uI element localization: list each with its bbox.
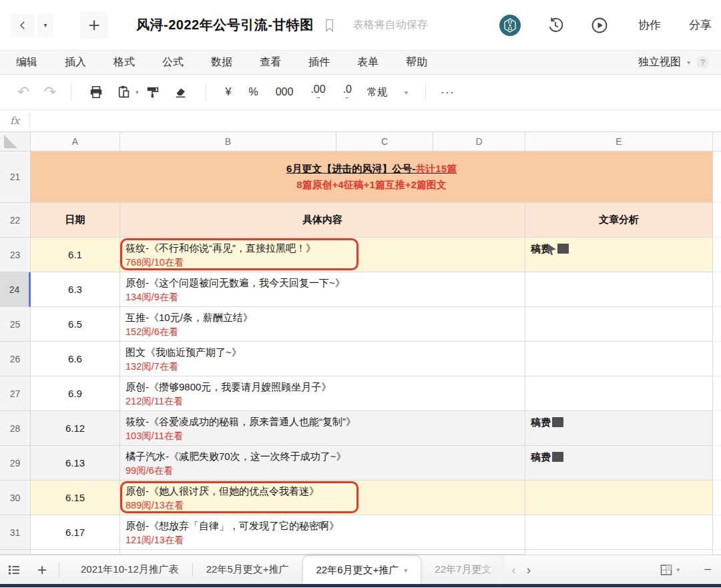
content-cell[interactable]: 筱纹-《谷爱凌成功的秘籍，原来普通人也能“复制”》 103阅/11在看 [120,411,525,446]
currency-format-button[interactable]: ¥ [226,86,232,98]
row-number[interactable]: 29 [0,446,31,481]
menu-item[interactable]: 编辑 [16,55,37,69]
column-header-D[interactable]: D [433,132,525,151]
history-icon[interactable] [546,16,565,35]
thousands-format-button[interactable]: 000 [276,86,294,98]
analysis-cell[interactable]: 稿费 [525,238,713,272]
sheet-tab[interactable]: 22年7月更文 [421,555,505,584]
analysis-cell[interactable] [525,307,713,342]
content-header-cell[interactable]: 具体内容 [120,203,525,238]
content-cell[interactable]: 原创-《攒够9800元，我要请月嫂照顾坐月子》 212阅/11在看 [120,376,525,411]
date-cell[interactable]: 6.5 [31,307,120,342]
back-button[interactable] [11,13,35,37]
menu-item[interactable]: 表单 [357,55,379,69]
date-header-cell[interactable]: 日期 [31,203,120,238]
avatar[interactable] [499,15,521,36]
table-row: 31 6.17 原创-《想放弃「自律」，可发现了它的秘密啊》 121阅/13在看 [0,515,721,550]
format-painter-icon[interactable] [146,85,160,99]
content-cell[interactable]: 图文《我临近预产期了~》 132阅/7在看 [120,342,525,376]
sheet-tab-list: 2021年10-12月推广表22年5月更文+推广22年6月更文+推广▾22年7月… [67,555,505,584]
analysis-cell[interactable]: 稿费 [525,446,713,481]
present-play-icon[interactable] [590,16,609,35]
sheet-tab[interactable]: 2021年10-12月推广表 [67,555,192,584]
content-cell[interactable]: 互推-《10元/条，薪酬立结》 152阅/6在看 [120,307,525,342]
analysis-cell[interactable]: 稿费 [525,411,713,446]
analysis-header-cell[interactable]: 文章分析 [525,203,713,238]
date-cell[interactable]: 6.3 [31,272,120,307]
more-tools-button[interactable]: ··· [441,85,455,99]
row-number[interactable]: 31 [0,515,31,550]
row-number[interactable]: 28 [0,411,31,446]
date-cell[interactable]: 6.12 [31,411,120,446]
chevron-down-icon[interactable]: ▾ [404,567,407,574]
row-number[interactable]: 21 [0,152,31,203]
grid-view-button[interactable]: ▾ [660,563,680,577]
share-button[interactable]: 分享 [689,17,712,33]
analysis-cell[interactable] [525,272,713,307]
row-number[interactable]: 26 [0,342,31,376]
eraser-icon[interactable] [174,85,188,99]
menubar: 编辑插入格式公式数据查看插件表单帮助 独立视图 ▾ ? [0,50,721,75]
collaborate-button[interactable]: 协作 [638,17,661,33]
content-cell[interactable]: 橘子汽水-《减肥失败70次，这一次终于成功了~》 99阅/6在看 [120,446,525,481]
paste-icon[interactable] [117,85,132,99]
menu-item[interactable]: 插件 [308,55,330,69]
date-cell[interactable]: 6.6 [31,342,120,376]
minimize-toolbar-button[interactable]: − [704,562,712,577]
table-row: 23 6.1 筱纹-《不行和你说“再见”，直接拉黑吧！》 768阅/10在看 稿… [0,238,721,272]
banner-cell[interactable]: 6月更文【进击的风浔】公号-共计15篇 8篇原创+4征稿+1篇互推+2篇图文 [31,152,713,203]
paste-dropdown-caret[interactable]: ▾ [136,89,139,95]
percent-format-button[interactable]: % [248,86,258,98]
sheet-tab[interactable]: 22年5月更文+推广 [193,555,302,584]
date-cell[interactable]: 6.15 [31,481,120,515]
menu-item[interactable]: 公式 [162,55,184,69]
analysis-cell[interactable] [525,376,713,411]
date-cell[interactable]: 6.1 [31,238,120,272]
analysis-cell[interactable] [525,342,713,376]
chevron-down-icon[interactable]: ▾ [687,59,690,66]
menu-item[interactable]: 格式 [113,55,135,69]
select-all-corner[interactable] [0,132,31,151]
bookmark-icon[interactable] [323,18,336,33]
menu-item[interactable]: 插入 [65,55,86,69]
column-header-E[interactable]: E [525,132,713,151]
add-sheet-button[interactable]: + [33,561,51,579]
sheet-list-icon[interactable] [5,561,23,579]
back-dropdown-caret[interactable]: ▾ [37,13,53,37]
column-header-A[interactable]: A [31,132,120,151]
article-title: 橘子汽水-《减肥失败70次，这一次终于成功了~》 [126,449,525,463]
article-stats: 132阅/7在看 [126,360,525,374]
date-cell[interactable]: 6.9 [31,376,120,411]
analysis-cell[interactable] [525,515,713,550]
date-cell[interactable]: 6.17 [31,515,120,550]
row-number[interactable]: 22 [0,203,31,238]
redo-icon[interactable]: ↷ [40,83,60,101]
new-document-button[interactable]: + [80,11,108,39]
row-number[interactable]: 24 [0,272,31,307]
independent-view-button[interactable]: 独立视图 [638,55,681,69]
number-format-select[interactable]: 常规 ▾ [367,86,408,99]
row-number[interactable]: 23 [0,238,31,272]
column-header-C[interactable]: C [336,132,433,151]
content-cell[interactable]: 原创-《她人很讨厌，但她的优点令我着迷》 889阅/13在看 [120,481,525,515]
date-cell[interactable]: 6.13 [31,446,120,481]
print-icon[interactable] [89,85,103,99]
content-cell[interactable]: 原创-《想放弃「自律」，可发现了它的秘密啊》 121阅/13在看 [120,515,525,550]
help-button[interactable]: ? [696,56,709,69]
menu-item[interactable]: 查看 [260,55,281,69]
menu-item[interactable]: 帮助 [406,55,427,69]
content-cell[interactable]: 筱纹-《不行和你说“再见”，直接拉黑吧！》 768阅/10在看 [120,238,525,272]
row-number[interactable]: 30 [0,481,31,515]
row-number[interactable]: 25 [0,307,31,342]
row-number[interactable]: 27 [0,376,31,411]
content-cell[interactable]: 原创-《这个问题被问无数遍，我今天回复一下~》 134阅/9在看 [120,272,525,307]
tabs-scroll-right-icon[interactable]: › [527,563,531,577]
analysis-cell[interactable] [525,481,713,515]
column-header-B[interactable]: B [120,132,336,151]
decrease-decimal-button[interactable]: .0 ← [343,84,352,100]
tabs-scroll-left-icon[interactable]: ‹ [511,563,515,577]
increase-decimal-button[interactable]: .00 → [310,84,325,100]
undo-icon[interactable]: ↶ [13,83,33,101]
menu-item[interactable]: 数据 [211,55,232,69]
sheet-tab[interactable]: 22年6月更文+推广▾ [302,555,422,584]
